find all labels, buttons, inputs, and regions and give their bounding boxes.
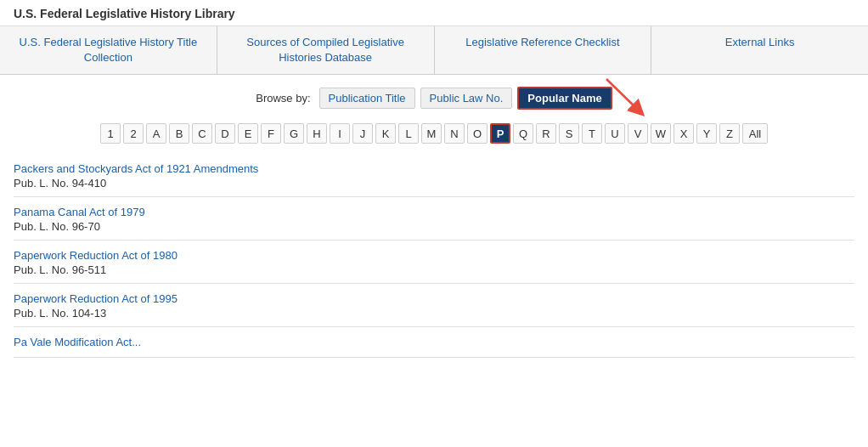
alpha-btn-r[interactable]: R — [536, 123, 556, 144]
result-item: Pa Vale Modification Act... — [14, 327, 854, 358]
browse-label: Browse by: — [256, 92, 310, 105]
alpha-btn-e[interactable]: E — [238, 123, 258, 144]
page-title: U.S. Federal Legislative History Library — [0, 0, 868, 26]
results-area: Packers and Stockyards Act of 1921 Amend… — [0, 154, 868, 358]
alpha-btn-x[interactable]: X — [674, 123, 694, 144]
alpha-btn-f[interactable]: F — [261, 123, 281, 144]
nav-tabs: U.S. Federal Legislative History Title C… — [0, 26, 868, 75]
result-pub-law: Pub. L. No. 96-511 — [14, 263, 854, 276]
alpha-btn-z[interactable]: Z — [719, 123, 740, 144]
result-title-link[interactable]: Packers and Stockyards Act of 1921 Amend… — [14, 162, 854, 175]
alpha-btn-s[interactable]: S — [559, 123, 579, 144]
result-item: Paperwork Reduction Act of 1995Pub. L. N… — [14, 284, 854, 327]
alpha-btn-w[interactable]: W — [651, 123, 671, 144]
alpha-btn-q[interactable]: Q — [513, 123, 533, 144]
browse-publication-title[interactable]: Publication Title — [319, 88, 415, 109]
browse-public-law[interactable]: Public Law No. — [420, 88, 513, 109]
alpha-btn-k[interactable]: K — [375, 123, 396, 144]
alpha-btn-l[interactable]: L — [398, 123, 419, 144]
result-pub-law: Pub. L. No. 94-410 — [14, 177, 854, 190]
alpha-bar: 12ABCDEFGHIJKLMNOPQRSTUVWXYZAll — [0, 118, 868, 154]
result-item: Paperwork Reduction Act of 1980Pub. L. N… — [14, 240, 854, 284]
alpha-btn-p[interactable]: P — [490, 123, 510, 144]
alpha-btn-g[interactable]: G — [284, 123, 304, 144]
page-wrapper: U.S. Federal Legislative History Library… — [0, 0, 868, 447]
alpha-btn-t[interactable]: T — [582, 123, 602, 144]
result-pub-law: Pub. L. No. 104-13 — [14, 307, 854, 320]
alpha-btn-2[interactable]: 2 — [123, 123, 144, 144]
result-title-link[interactable]: Pa Vale Modification Act... — [14, 336, 854, 348]
tab-reference-checklist[interactable]: Legislative Reference Checklist — [435, 26, 652, 74]
result-title-link[interactable]: Panama Canal Act of 1979 — [14, 206, 854, 218]
alpha-btn-j[interactable]: J — [352, 123, 373, 144]
tab-external-links[interactable]: External Links — [651, 26, 868, 74]
alpha-btn-y[interactable]: Y — [696, 123, 717, 144]
alpha-btn-o[interactable]: O — [467, 123, 488, 144]
browse-bar: Browse by: Publication Title Public Law … — [0, 75, 868, 118]
tab-title-collection[interactable]: U.S. Federal Legislative History Title C… — [0, 26, 217, 74]
alpha-btn-v[interactable]: V — [628, 123, 648, 144]
tab-compiled-histories[interactable]: Sources of Compiled Legislative Historie… — [217, 26, 435, 74]
alpha-btn-c[interactable]: C — [192, 123, 212, 144]
result-title-link[interactable]: Paperwork Reduction Act of 1980 — [14, 249, 854, 262]
alpha-btn-h[interactable]: H — [307, 123, 327, 144]
alpha-btn-n[interactable]: N — [444, 123, 465, 144]
result-item: Packers and Stockyards Act of 1921 Amend… — [14, 154, 854, 197]
alpha-btn-d[interactable]: D — [215, 123, 235, 144]
alpha-btn-b[interactable]: B — [169, 123, 189, 144]
alpha-btn-u[interactable]: U — [605, 123, 625, 144]
alpha-btn-m[interactable]: M — [421, 123, 442, 144]
browse-popular-name[interactable]: Popular Name — [517, 87, 612, 110]
alpha-btn-a[interactable]: A — [146, 123, 166, 144]
result-item: Panama Canal Act of 1979Pub. L. No. 96-7… — [14, 197, 854, 240]
alpha-btn-1[interactable]: 1 — [100, 123, 121, 144]
alpha-btn-all[interactable]: All — [742, 123, 768, 144]
result-pub-law: Pub. L. No. 96-70 — [14, 220, 854, 233]
result-title-link[interactable]: Paperwork Reduction Act of 1995 — [14, 292, 854, 305]
alpha-btn-i[interactable]: I — [330, 123, 350, 144]
